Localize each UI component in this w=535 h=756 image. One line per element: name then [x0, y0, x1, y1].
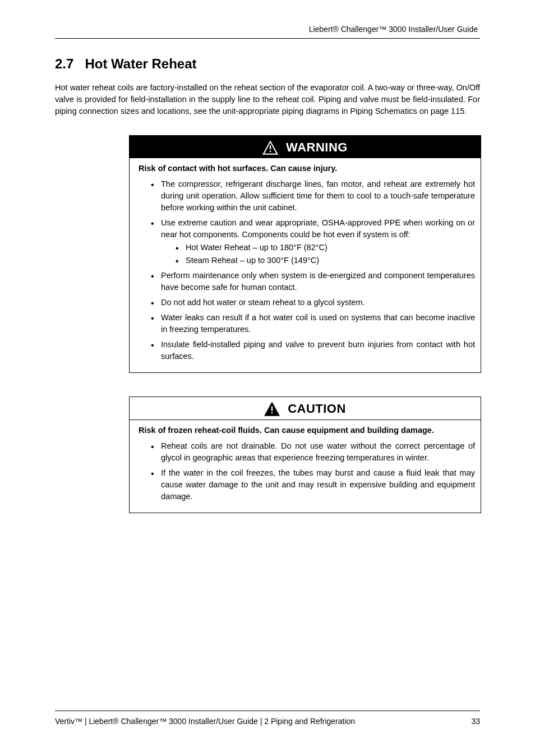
- footer-page: 33: [471, 717, 480, 726]
- warning-list: The compressor, refrigerant discharge li…: [135, 178, 475, 362]
- caution-box: CAUTION Risk of frozen reheat-coil fluid…: [129, 397, 481, 513]
- footer-rule: [55, 711, 480, 711]
- warning-item: Perform maintenance only when system is …: [151, 270, 475, 293]
- svg-rect-2: [271, 407, 273, 411]
- caution-icon: [264, 402, 280, 416]
- caution-header: CAUTION: [130, 397, 481, 420]
- content-area: 2.7 Hot Water Reheat Hot water reheat co…: [55, 56, 480, 537]
- warning-subheading: Risk of contact with hot surfaces. Can c…: [130, 158, 481, 173]
- warning-header: WARNING: [130, 136, 481, 158]
- section-heading: 2.7 Hot Water Reheat: [55, 56, 480, 72]
- page-footer: Vertiv™ | Liebert® Challenger™ 3000 Inst…: [55, 717, 480, 726]
- svg-rect-0: [270, 146, 271, 150]
- section-title: Hot Water Reheat: [85, 56, 196, 71]
- warning-item: Use extreme caution and wear appropriate…: [151, 217, 475, 266]
- warning-item: Do not add hot water or steam reheat to …: [151, 297, 475, 308]
- warning-icon: [262, 140, 278, 155]
- warning-sublist: Hot Water Reheat – up to 180°F (82°C)Ste…: [161, 242, 475, 266]
- caution-body: Reheat coils are not drainable. Do not u…: [130, 435, 481, 513]
- warning-sub-item: Hot Water Reheat – up to 180°F (82°C): [176, 242, 475, 253]
- header-product: Liebert® Challenger™ 3000: [309, 25, 407, 34]
- footer-section: 2 Piping and Refrigeration: [264, 717, 355, 726]
- caution-item: Reheat coils are not drainable. Do not u…: [151, 440, 475, 464]
- page-header: Liebert® Challenger™ 3000 Installer/User…: [309, 25, 478, 34]
- caution-label: CAUTION: [288, 402, 346, 416]
- section-number: 2.7: [55, 56, 73, 71]
- footer-company: Vertiv™: [55, 717, 82, 726]
- caution-list: Reheat coils are not drainable. Do not u…: [135, 440, 475, 503]
- warning-item: The compressor, refrigerant discharge li…: [151, 178, 475, 214]
- warning-sub-item: Steam Reheat – up to 300°F (149°C): [176, 255, 475, 266]
- caution-item: If the water in the coil freezes, the tu…: [151, 467, 475, 503]
- svg-rect-1: [270, 151, 271, 152]
- svg-rect-3: [271, 412, 273, 413]
- footer-left: Vertiv™ | Liebert® Challenger™ 3000 Inst…: [55, 717, 355, 726]
- header-rule: [55, 38, 480, 39]
- caution-subheading: Risk of frozen reheat-coil fluids. Can c…: [130, 420, 481, 435]
- footer-subtitle: Installer/User Guide: [188, 717, 258, 726]
- warning-item: Water leaks can result if a hot water co…: [151, 312, 475, 335]
- warning-body: The compressor, refrigerant discharge li…: [130, 173, 481, 372]
- warning-label: WARNING: [286, 140, 348, 155]
- footer-product: Liebert® Challenger™ 3000: [89, 717, 186, 726]
- header-subtitle: Installer/User Guide: [408, 25, 478, 34]
- warning-item: Insulate field-installed piping and valv…: [151, 339, 475, 362]
- warning-box: WARNING Risk of contact with hot surface…: [129, 135, 481, 373]
- intro-paragraph: Hot water reheat coils are factory-insta…: [55, 82, 480, 117]
